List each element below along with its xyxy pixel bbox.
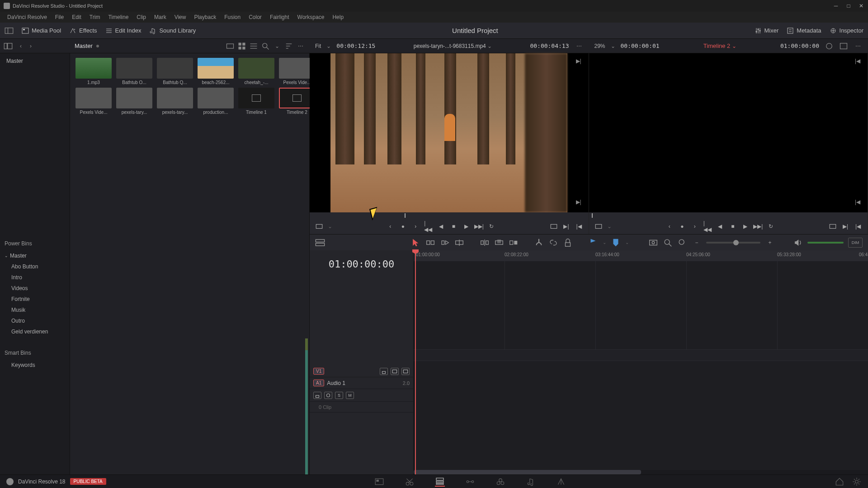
overwrite-icon[interactable] [494,238,504,248]
clip-thumbnail[interactable] [198,58,234,79]
mixer-button[interactable]: Mixer [755,27,779,34]
menu-mark[interactable]: Mark [151,13,170,22]
timeline-chevron-icon[interactable]: ⌄ [732,43,736,49]
menu-edit[interactable]: Edit [68,13,85,22]
home-icon[interactable] [835,477,844,487]
bin-view-icon[interactable] [4,42,13,51]
clip-thumbnail[interactable] [238,58,274,79]
audio-solo-icon[interactable]: S [335,392,343,399]
custom-zoom-icon[interactable] [677,238,687,248]
program-loop-icon[interactable]: ↻ [767,222,775,230]
program-prev-icon[interactable]: |◀ [855,58,864,67]
menu-color[interactable]: Color [245,13,265,22]
source-scrubber[interactable] [310,212,589,219]
match-frame-icon[interactable] [315,222,323,230]
replace-icon[interactable] [509,238,519,248]
nav-back-icon[interactable]: ‹ [16,42,25,51]
video-track-header[interactable]: V1 [310,366,413,377]
flag-icon[interactable] [588,238,598,248]
bypass-icon[interactable] [825,42,834,51]
media-page-icon[interactable] [374,477,384,487]
fit-chevron-icon[interactable]: ⌄ [326,43,331,49]
bin-fortnite[interactable]: Fortnite [0,294,70,305]
source-next-icon[interactable]: ▶| [576,58,585,67]
media-clip[interactable]: Timeline 1 [237,88,275,115]
zoom-slider[interactable] [706,242,760,244]
fairlight-page-icon[interactable] [526,477,536,487]
program-stop-icon[interactable]: ■ [729,222,737,230]
program-go-first-icon[interactable]: |◀◀ [703,222,712,230]
program-match-chevron-icon[interactable]: ⌄ [607,223,612,230]
volume-icon[interactable] [793,238,803,248]
menu-playback[interactable]: Playback [190,13,220,22]
clip-thumbnail[interactable] [157,88,193,108]
source-in-icon[interactable]: ▶| [562,222,571,230]
sidebar-master[interactable]: ⌄ Master [0,250,70,261]
menu-trim[interactable]: Trim [86,13,104,22]
bin-musik[interactable]: Musik [0,305,70,315]
clip-thumbnail[interactable] [75,88,112,108]
mark-in-icon[interactable]: ‹ [386,222,394,230]
cut-page-icon[interactable] [405,477,415,487]
video-visible-icon[interactable] [391,368,399,375]
close-button[interactable]: ✕ [858,3,864,9]
menu-workspace[interactable]: Workspace [294,13,328,22]
media-clip[interactable]: Bathtub Q... [156,58,194,85]
menu-fairlight[interactable]: Fairlight [266,13,293,22]
marker-icon[interactable] [611,238,621,248]
program-mark-out-icon[interactable]: › [691,222,699,230]
mark-out-icon[interactable]: › [411,222,420,230]
bin-outro[interactable]: Outro [0,315,70,326]
media-clip[interactable]: pexels-tary... [156,88,194,115]
timeline-name[interactable]: Timeline 2 [703,42,730,49]
blade-tool-icon[interactable] [454,238,464,248]
breadcrumb[interactable]: Master [75,42,93,49]
sound-library-button[interactable]: Sound Library [149,27,196,34]
program-out-icon[interactable]: |◀ [854,222,862,230]
volume-slider[interactable] [807,242,844,244]
audio-lock-icon[interactable] [313,392,321,399]
minimize-button[interactable]: ─ [833,3,839,9]
source-overlay-icon[interactable] [550,222,558,230]
clip-thumbnail[interactable] [75,58,112,79]
program-play-icon[interactable]: ▶ [741,222,750,230]
program-zoom[interactable]: 29% [594,43,605,49]
timeline-view-icon[interactable] [315,238,325,248]
layout-icon[interactable] [5,26,14,35]
clip-chevron-icon[interactable]: ⌄ [487,43,492,49]
dynamic-trim-icon[interactable] [440,238,450,248]
maximize-button[interactable]: □ [845,3,852,9]
dim-button[interactable]: DIM [848,238,863,248]
timeline-tracks[interactable]: 01:00:00:00 02:08:22:00 03:16:44:00 04:2… [414,250,868,474]
detail-zoom-icon[interactable] [663,238,673,248]
source-more-icon[interactable]: ⋯ [575,42,584,51]
marker-chevron-icon[interactable]: ⌄ [625,240,629,245]
fit-dropdown[interactable]: Fit [315,43,321,49]
media-clip[interactable]: beach-2562... [197,58,235,85]
media-clip[interactable]: production... [197,88,235,115]
clip-view-icon[interactable] [226,42,235,51]
menu-timeline[interactable]: Timeline [104,13,132,22]
video-track-lane[interactable] [414,349,868,361]
program-mark-in-icon[interactable]: ‹ [665,222,674,230]
audio-track-lane[interactable] [414,361,868,470]
single-viewer-icon[interactable] [839,42,848,51]
program-canvas[interactable]: |◀ |◀ [589,53,868,212]
play-icon[interactable]: ▶ [462,222,470,230]
search-icon[interactable] [261,42,270,51]
audio-track-header[interactable]: A1 Audio 1 2.0 [310,377,413,389]
edit-page-icon[interactable] [435,477,445,487]
program-in-icon[interactable]: ▶| [841,222,849,230]
nav-forward-icon[interactable]: › [26,42,35,51]
chevron-down-icon[interactable]: ⌄ [273,42,282,51]
inspector-button[interactable]: Inspector [830,27,863,34]
source-canvas[interactable]: ▶| ▶| [310,53,589,212]
source-next2-icon[interactable]: ▶| [576,199,585,208]
mark-dot-icon[interactable]: ● [399,222,407,230]
sidebar-master-top[interactable]: Master [0,53,70,67]
trim-tool-icon[interactable] [425,238,435,248]
settings-icon[interactable] [852,477,862,487]
video-track-badge[interactable]: V1 [313,368,324,375]
insert-icon[interactable] [480,238,490,248]
clip-thumbnail[interactable] [238,88,274,108]
